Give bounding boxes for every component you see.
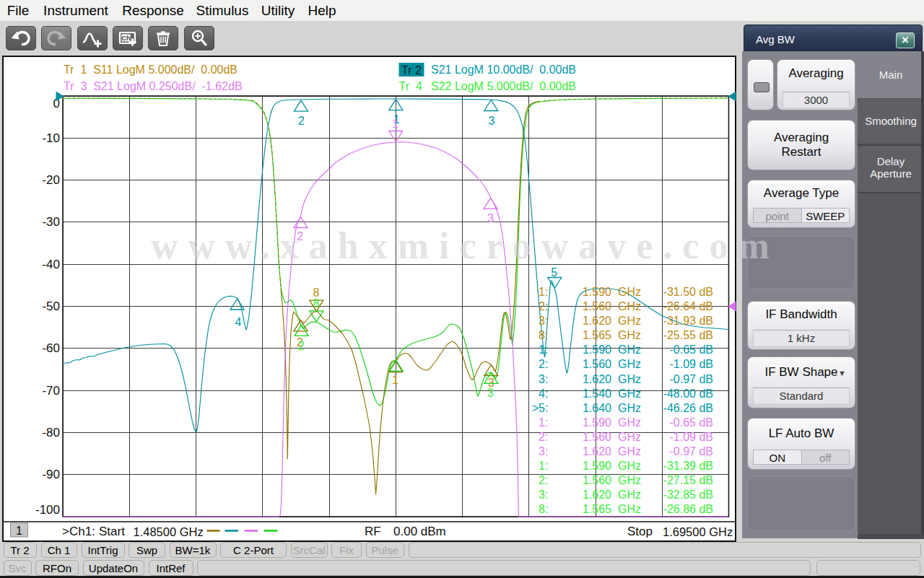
svg-text:1.620: 1.620 — [583, 315, 611, 327]
svg-text:-100: -100 — [35, 503, 60, 517]
svg-text:-1.09 dB: -1.09 dB — [670, 358, 713, 370]
svg-text:-31.50 dB: -31.50 dB — [663, 286, 713, 298]
svg-text:3:: 3: — [539, 489, 548, 501]
svg-text:-30: -30 — [42, 215, 60, 229]
svg-text:1.590: 1.590 — [583, 343, 611, 356]
svg-text:1.540: 1.540 — [583, 387, 611, 400]
svg-text:1: 1 — [392, 118, 398, 130]
svg-text:Tr 3 S21 LogM 0.250dB/ -1.6: Tr 3 S21 LogM 0.250dB/ -1.62dB — [64, 80, 243, 92]
svg-text:GHz: GHz — [618, 416, 641, 429]
svg-text:1.590: 1.590 — [583, 416, 611, 429]
svg-text:-0.65 dB: -0.65 dB — [670, 343, 713, 356]
svg-text:8:: 8: — [539, 329, 548, 341]
svg-text:-40: -40 — [42, 258, 60, 271]
svg-text:2:: 2: — [539, 474, 548, 486]
svg-text:-60: -60 — [42, 341, 60, 355]
svg-text:3:: 3: — [539, 315, 548, 327]
svg-text:Tr 1 S11 LogM 5.000dB/ 0.00: Tr 1 S11 LogM 5.000dB/ 0.00dB — [64, 64, 237, 76]
svg-text:2:: 2: — [539, 431, 548, 443]
svg-text:1: 1 — [392, 374, 398, 386]
svg-text:Stop: Stop — [627, 525, 653, 538]
svg-text:3:: 3: — [539, 373, 548, 385]
svg-text:4:: 4: — [539, 387, 548, 400]
svg-text:1.560: 1.560 — [583, 474, 611, 486]
svg-text:1.640: 1.640 — [583, 402, 611, 414]
svg-text:-0.97 dB: -0.97 dB — [670, 445, 713, 457]
svg-text:GHz: GHz — [618, 474, 641, 486]
svg-text:-1.09 dB: -1.09 dB — [670, 431, 713, 443]
svg-text:-80: -80 — [42, 426, 60, 439]
svg-text:-25.55 dB: -25.55 dB — [663, 329, 713, 341]
svg-text:1.69500 GHz: 1.69500 GHz — [663, 525, 733, 538]
svg-text:1.48500 GHz: 1.48500 GHz — [134, 525, 204, 538]
svg-text:-20: -20 — [42, 173, 60, 187]
svg-text:GHz: GHz — [618, 445, 641, 457]
svg-text:8:: 8: — [539, 503, 548, 515]
svg-text:-70: -70 — [42, 384, 60, 398]
svg-text:Start: Start — [99, 525, 125, 538]
svg-text:RF: RF — [365, 525, 381, 538]
svg-text:-0.65 dB: -0.65 dB — [670, 416, 713, 429]
svg-text:3: 3 — [489, 115, 495, 127]
svg-text:1.560: 1.560 — [583, 431, 611, 443]
svg-text:1.565: 1.565 — [583, 503, 611, 515]
svg-text:3: 3 — [487, 212, 494, 224]
svg-text:S21 LogM 10.00dB/ 0.00dB: S21 LogM 10.00dB/ 0.00dB — [431, 64, 576, 76]
svg-text:1:: 1: — [539, 460, 548, 472]
svg-text:0.00 dBm: 0.00 dBm — [393, 525, 446, 538]
svg-text:Tr 4: Tr 4 — [399, 80, 422, 92]
svg-text:-31.39 dB: -31.39 dB — [663, 460, 713, 472]
svg-text:>Ch1:: >Ch1: — [62, 525, 95, 538]
svg-text:GHz: GHz — [618, 300, 641, 312]
svg-text:-46.26 dB: -46.26 dB — [663, 402, 713, 414]
svg-text:1.590: 1.590 — [583, 460, 611, 472]
svg-text:-27.15 dB: -27.15 dB — [663, 474, 713, 486]
svg-text:GHz: GHz — [618, 343, 641, 356]
svg-text:S22 LogM 5.000dB/ 0.00dB: S22 LogM 5.000dB/ 0.00dB — [431, 80, 576, 92]
svg-text:-90: -90 — [42, 468, 60, 481]
svg-text:GHz: GHz — [618, 286, 641, 298]
svg-text:-0.97 dB: -0.97 dB — [670, 373, 713, 385]
svg-text:GHz: GHz — [618, 402, 641, 414]
svg-text:2:: 2: — [539, 300, 548, 312]
svg-text:GHz: GHz — [618, 460, 641, 472]
svg-text:1.565: 1.565 — [583, 329, 611, 341]
svg-text:1:: 1: — [539, 343, 548, 356]
svg-text:1.620: 1.620 — [583, 373, 611, 385]
svg-text:1.560: 1.560 — [583, 300, 611, 312]
svg-text:GHz: GHz — [618, 431, 641, 443]
svg-text:GHz: GHz — [618, 503, 641, 515]
svg-text:1.560: 1.560 — [583, 358, 611, 370]
svg-text:8: 8 — [313, 297, 320, 310]
svg-text:GHz: GHz — [618, 373, 641, 385]
svg-text:GHz: GHz — [618, 329, 641, 341]
svg-text:4: 4 — [235, 316, 242, 328]
svg-text:5:: 5: — [539, 402, 548, 414]
svg-text:GHz: GHz — [618, 315, 641, 327]
svg-text:Tr 2: Tr 2 — [401, 64, 422, 76]
svg-text:1.590: 1.590 — [583, 286, 611, 298]
svg-text:GHz: GHz — [618, 387, 641, 400]
svg-text:5: 5 — [551, 266, 557, 279]
svg-text:-32.85 dB: -32.85 dB — [663, 489, 713, 501]
svg-text:1:: 1: — [539, 286, 548, 298]
svg-text:1: 1 — [16, 525, 22, 537]
svg-text:2:: 2: — [539, 358, 548, 370]
svg-text:-26.86 dB: -26.86 dB — [663, 503, 713, 515]
svg-text:3:: 3: — [539, 445, 548, 457]
svg-text:-10: -10 — [42, 131, 60, 145]
svg-text:-31.93 dB: -31.93 dB — [663, 315, 713, 327]
svg-text:-48.00 dB: -48.00 dB — [663, 387, 713, 400]
svg-text:1.620: 1.620 — [583, 489, 611, 501]
svg-text:GHz: GHz — [618, 358, 641, 370]
svg-text:>: > — [532, 402, 539, 414]
svg-text:3: 3 — [487, 387, 494, 399]
svg-text:2: 2 — [298, 115, 305, 127]
svg-text:1.620: 1.620 — [583, 445, 611, 457]
svg-text:-50: -50 — [42, 299, 60, 313]
svg-text:2: 2 — [298, 340, 305, 352]
svg-text:-26.64 dB: -26.64 dB — [663, 300, 713, 312]
svg-text:GHz: GHz — [618, 489, 641, 501]
svg-text:1:: 1: — [539, 416, 548, 429]
